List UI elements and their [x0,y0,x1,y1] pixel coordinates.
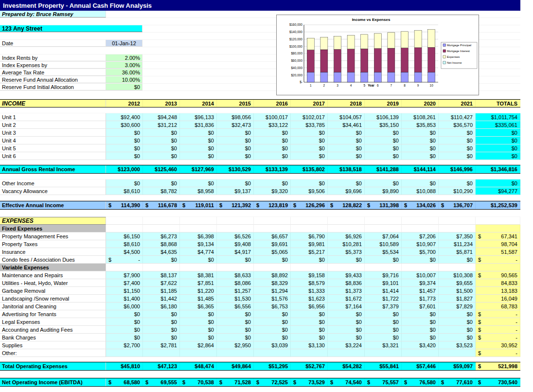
cell-2015[interactable]: $8,633 [217,271,254,279]
cell-2012[interactable]: 2012 [106,100,143,107]
cell-2012[interactable] [106,349,143,357]
cell-2019[interactable]: $3,321 [365,341,402,349]
cell-2020[interactable]: $1,457 [402,287,439,295]
param-label[interactable]: Reserve Fund Initial Allocation [0,84,106,90]
cell-2016[interactable]: $8,892 [254,271,291,279]
cell-2014[interactable] [180,349,217,357]
cell-total[interactable]: $- [476,318,520,326]
cell-2017[interactable]: $126,296 [291,201,328,209]
cell-2014[interactable]: $9,134 [180,240,217,248]
cell-total[interactable]: 16,049 [476,295,520,303]
cell-2014[interactable]: $7,851 [180,279,217,287]
cell-2017[interactable]: $33,785 [291,121,328,129]
cell-2013[interactable]: 2013 [143,100,180,107]
cell-2012[interactable]: $0 [106,137,143,144]
cell-2012[interactable]: $0 [106,334,143,341]
cell-2016[interactable]: $3,039 [254,341,291,349]
cell-2017[interactable]: $9,158 [291,271,328,279]
cell-2012[interactable]: $0 [106,129,143,137]
cell-2013[interactable]: $6,273 [143,232,180,240]
cell-2020[interactable]: $0 [402,256,439,264]
cell-2019[interactable]: $9,101 [365,279,402,287]
cell-2018[interactable]: $0 [328,179,365,187]
cell-2018[interactable]: $3,224 [328,341,365,349]
cell-2020[interactable]: $1,773 [402,295,439,303]
cell-2016[interactable]: $8,329 [254,279,291,287]
cell-2015[interactable]: $98,056 [217,113,254,121]
cell-2015[interactable]: 2015 [217,100,254,107]
cell-2016[interactable]: $51,295 [254,362,291,370]
cell-2014[interactable]: $70,538 [180,378,217,386]
cell-2018[interactable]: $0 [328,318,365,326]
cell-2015[interactable]: $0 [217,310,254,318]
row-label[interactable]: Annual Gross Rental Income [0,165,106,173]
param-label[interactable]: Reserve Fund Annual Allocation [0,76,106,83]
cell-2015[interactable]: $9,408 [217,240,254,248]
cell-2013[interactable]: $0 [143,334,180,341]
row-label[interactable]: Unit 3 [0,129,106,137]
cell-total[interactable]: $730,540 [476,378,520,386]
cell-2014[interactable]: $96,133 [180,113,217,121]
cell-2012[interactable]: $0 [106,326,143,334]
cell-2018[interactable]: $6,926 [328,232,365,240]
cell-2019[interactable]: $7,064 [365,232,402,240]
cell-2019[interactable]: $141,288 [365,165,402,173]
cell-2019[interactable] [365,264,402,271]
cell-2013[interactable]: $0 [143,318,180,326]
cell-2013[interactable]: $94,248 [143,113,180,121]
cell-2018[interactable]: $54,282 [328,362,365,370]
cell-2019[interactable]: $0 [365,256,402,264]
cell-2017[interactable]: $52,767 [291,362,328,370]
cell-2021[interactable]: $3,523 [439,341,476,349]
param-value[interactable]: 10.00% [106,76,142,83]
cell-2020[interactable]: $0 [402,326,439,334]
cell-2015[interactable]: $6,556 [217,303,254,310]
cell-total[interactable] [476,264,520,271]
row-label[interactable]: INCOME [0,100,106,107]
cell-2018[interactable] [328,225,365,232]
row-label[interactable]: Unit 5 [0,144,106,152]
cell-total[interactable]: 30,952 [476,341,520,349]
cell-2019[interactable]: $131,398 [365,201,402,209]
cell-2015[interactable]: $0 [217,334,254,341]
cell-2021[interactable] [439,349,476,357]
cell-2017[interactable]: $9,506 [291,187,328,195]
cell-2020[interactable]: $0 [402,179,439,187]
cell-2020[interactable]: $0 [402,137,439,144]
cell-2013[interactable]: $4,635 [143,248,180,256]
cell-2018[interactable]: $0 [328,129,365,137]
cell-total[interactable]: 68,783 [476,303,520,310]
row-label[interactable]: Fixed Expenses [0,225,106,232]
row-label[interactable]: Unit 4 [0,137,106,144]
cell-2016[interactable]: $6,657 [254,232,291,240]
cell-2018[interactable]: $0 [328,334,365,341]
cell-2012[interactable]: $- [106,256,143,264]
cell-2018[interactable]: $74,540 [328,378,365,386]
cell-2021[interactable]: $9,655 [439,279,476,287]
cell-2015[interactable]: $0 [217,152,254,160]
cell-2017[interactable] [291,225,328,232]
cell-2015[interactable]: $130,529 [217,165,254,173]
cell-2016[interactable]: $0 [254,334,291,341]
cell-2014[interactable]: $6,398 [180,232,217,240]
cell-2012[interactable]: $0 [106,144,143,152]
cell-2020[interactable]: $0 [402,318,439,326]
cell-2018[interactable]: $128,822 [328,201,365,209]
cell-total[interactable]: $0 [476,144,520,152]
cell-2012[interactable]: $0 [106,179,143,187]
cell-2013[interactable]: $125,460 [143,165,180,173]
cell-2015[interactable]: $0 [217,326,254,334]
cell-2018[interactable]: 2018 [328,100,365,107]
cell-2014[interactable]: $2,864 [180,341,217,349]
cell-2012[interactable]: $0 [106,318,143,326]
row-label[interactable]: Utilities - Heat, Hydo, Water [0,279,106,287]
cell-2016[interactable]: $33,122 [254,121,291,129]
row-label[interactable]: Property Management Fees [0,232,106,240]
prepared-by-cell[interactable]: Prepared by: Bruce Ramsey [0,11,106,18]
cell-2018[interactable] [328,264,365,271]
cell-2015[interactable] [217,349,254,357]
cell-total[interactable]: TOTALS [476,100,520,107]
cell-2013[interactable]: $0 [143,144,180,152]
cell-2016[interactable]: $0 [254,326,291,334]
row-label[interactable]: Landscaping /Snow removal [0,295,106,303]
